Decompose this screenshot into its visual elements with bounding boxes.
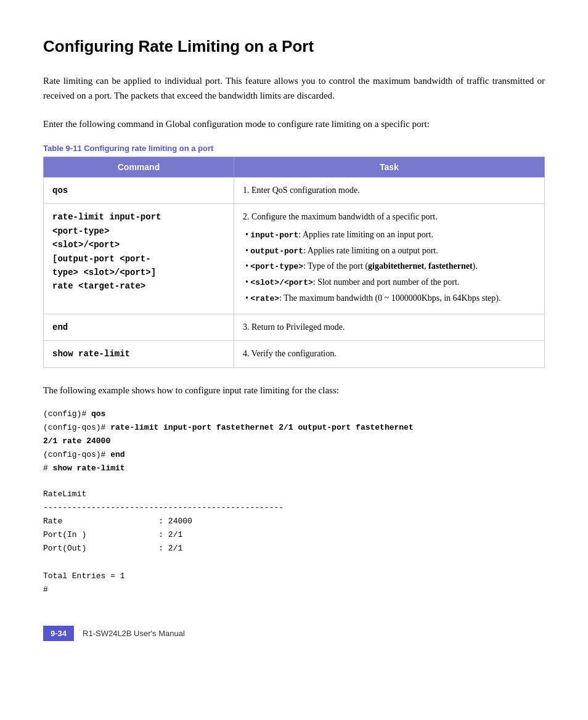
output-block: RateLimit ------------------------------…: [43, 488, 545, 597]
bullet-item: output-port: Applies rate limiting on a …: [245, 244, 536, 258]
table-row: show rate-limit4. Verify the configurati…: [44, 341, 545, 367]
table-row: end3. Return to Privileged mode.: [44, 314, 545, 340]
example-intro: The following example shows how to confi…: [43, 383, 545, 398]
table-row: qos1. Enter QoS configuration mode.: [44, 178, 545, 204]
task-cell-1: 2. Configure the maximum bandwidth of a …: [234, 204, 544, 314]
table-caption: Table 9-11 Configuring rate limiting on …: [43, 144, 545, 153]
page-footer: 9-34 R1-SW24L2B User's Manual: [0, 626, 588, 641]
command-cell-1: rate-limit input-port<port-type><slot>/<…: [44, 204, 234, 314]
command-cell-0: qos: [44, 178, 234, 204]
footer-manual-title: R1-SW24L2B User's Manual: [83, 629, 185, 638]
page-title: Configuring Rate Limiting on a Port: [43, 37, 545, 56]
page-number: 9-34: [43, 626, 74, 641]
bullet-item: input-port: Applies rate limiting on an …: [245, 228, 536, 242]
col-header-task: Task: [234, 157, 544, 178]
table-row: rate-limit input-port<port-type><slot>/<…: [44, 204, 545, 314]
bullet-item: <port-type>: Type of the port (gigabitet…: [245, 260, 536, 274]
command-cell-2: end: [44, 314, 234, 340]
task-cell-0: 1. Enter QoS configuration mode.: [234, 178, 544, 204]
intro-paragraph-2: Enter the following command in Global co…: [43, 117, 545, 131]
bullet-item: <slot>/<port>: Slot number and port numb…: [245, 276, 536, 290]
code-example: (config)# qos (config-qos)# rate-limit i…: [43, 407, 545, 475]
table-header-row: Command Task: [44, 157, 545, 178]
task-cell-3: 4. Verify the configuration.: [234, 341, 544, 367]
command-cell-3: show rate-limit: [44, 341, 234, 367]
bullet-item: <rate>: The maximum bandwidth (0 ~ 10000…: [245, 292, 536, 306]
task-cell-2: 3. Return to Privileged mode.: [234, 314, 544, 340]
page-container: Configuring Rate Limiting on a Port Rate…: [0, 0, 588, 658]
intro-paragraph-1: Rate limiting can be applied to individu…: [43, 73, 545, 103]
col-header-command: Command: [44, 157, 234, 178]
config-table: Command Task qos1. Enter QoS configurati…: [43, 157, 545, 368]
